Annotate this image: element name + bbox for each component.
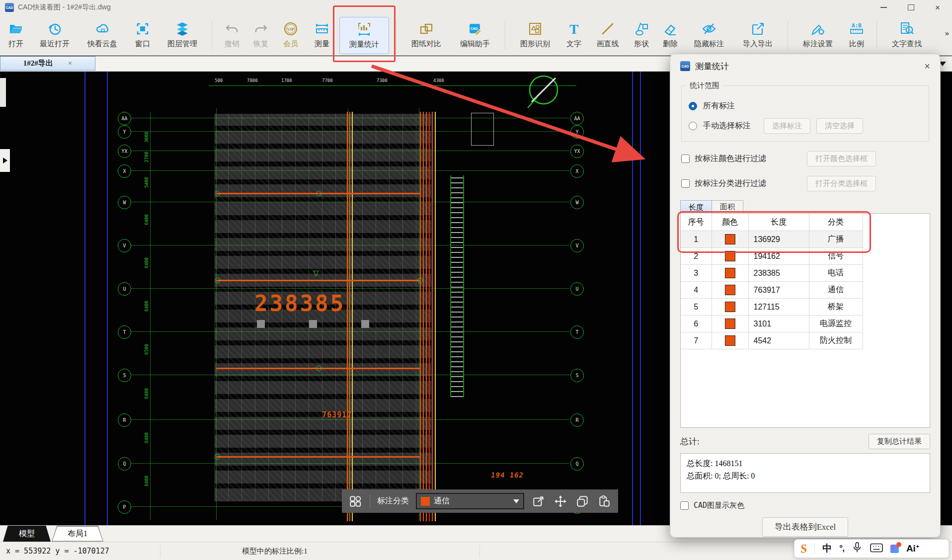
panel-close-icon[interactable]: × xyxy=(924,61,930,72)
dimension-text: 4300 xyxy=(433,78,444,83)
filter-color-checkbox[interactable] xyxy=(681,155,690,163)
input-method-bar: S 中 °, Ai✦ xyxy=(794,539,949,558)
ai-assistant-icon[interactable]: Ai✦ xyxy=(906,543,920,554)
cell-category: 防火控制 xyxy=(809,332,863,349)
category-label: 标注分类 xyxy=(377,496,409,506)
table-row[interactable]: 3238385电话 xyxy=(681,265,863,282)
tab-close-icon[interactable]: × xyxy=(68,59,72,68)
toolbar-find-text-button[interactable]: A文字查找 xyxy=(884,17,930,54)
toolbar-cloud-button[interactable]: 快看云盘 xyxy=(79,17,125,54)
drawing-blue-line xyxy=(632,71,633,525)
punctuation-icon[interactable]: °, xyxy=(839,544,844,554)
collapsed-panel-strip[interactable] xyxy=(0,78,6,107)
clear-selection-button[interactable]: 清空选择 xyxy=(816,118,863,134)
sheet-tab-layout[interactable]: 布局1 xyxy=(52,526,103,542)
table-row[interactable]: 4763917通信 xyxy=(681,282,863,299)
radio-manual-select[interactable] xyxy=(689,122,697,130)
toolbar-delete-button[interactable]: 删除 xyxy=(657,17,683,54)
import-export-icon xyxy=(750,19,765,38)
totals-label: 总计: xyxy=(680,436,700,447)
paste-annotation-icon[interactable] xyxy=(597,494,612,509)
open-folder-icon xyxy=(8,19,23,38)
svg-text:T: T xyxy=(569,21,579,36)
toolbar-layers-button[interactable]: 图层管理 xyxy=(160,17,205,54)
toolbar-import-export-button[interactable]: 导入导出 xyxy=(735,17,781,54)
keyboard-icon[interactable] xyxy=(870,543,883,555)
maximize-button[interactable] xyxy=(908,2,914,12)
cell-no: 4 xyxy=(681,282,712,299)
drawing-detail-box xyxy=(471,113,494,146)
cell-no: 1 xyxy=(681,231,712,248)
toolbar-line-button[interactable]: 画直线 xyxy=(590,17,626,54)
toolbar-note-settings-button[interactable]: 标注设置 xyxy=(795,17,841,54)
toolbar-label: 形状 xyxy=(634,39,649,49)
export-excel-button[interactable]: 导出表格到Excel xyxy=(762,517,849,537)
dimension-text: 7800 xyxy=(247,78,258,83)
microphone-icon[interactable] xyxy=(852,542,863,556)
table-row[interactable]: 1136929广播 xyxy=(681,231,863,248)
toolbar-vip-button[interactable]: VIP会员 xyxy=(277,17,305,54)
open-category-picker-button[interactable]: 打开分类选择框 xyxy=(807,176,876,191)
toolbar-shapes-button[interactable]: 形状 xyxy=(629,17,654,54)
tab-length[interactable]: 长度 xyxy=(680,200,712,214)
document-tab[interactable]: 1#2#导出 × xyxy=(0,56,95,71)
open-color-picker-button[interactable]: 打开颜色选择框 xyxy=(807,151,876,166)
table-row[interactable]: 63101电源监控 xyxy=(681,316,863,332)
cell-length: 763917 xyxy=(748,282,809,299)
copy-totals-button[interactable]: 复制总计结果 xyxy=(869,434,930,449)
category-dropdown[interactable]: 通信 xyxy=(416,493,524,509)
drawing-cable xyxy=(347,112,348,521)
toolbar-open-button[interactable]: 打开 xyxy=(2,17,30,54)
symbol-grid-icon[interactable] xyxy=(348,494,363,509)
cell-color xyxy=(712,316,748,332)
filter-category-checkbox[interactable] xyxy=(681,179,690,188)
filter-color-label: 按标注颜色进行过滤 xyxy=(695,154,807,164)
minimize-button[interactable] xyxy=(880,2,887,12)
cell-no: 7 xyxy=(681,332,712,349)
color-swatch xyxy=(725,251,735,261)
toolbar-recent-button[interactable]: 最近打开 xyxy=(33,17,77,54)
main-toolbar: 打开最近打开快看云盘窗口图层管理撤销恢复VIP会员测量测量统计图纸对比CAD编辑… xyxy=(0,15,952,56)
sheet-tab-layout-label: 布局1 xyxy=(53,527,103,541)
toolbar-hide-notes-button[interactable]: 隐藏标注 xyxy=(686,17,732,54)
table-row[interactable]: 5127115桥架 xyxy=(681,299,863,316)
svg-text:VIP: VIP xyxy=(287,27,295,32)
dimension-text: 6400 xyxy=(144,214,149,225)
drawing-cable xyxy=(216,456,421,458)
flyout-toggle[interactable] xyxy=(0,149,10,172)
skin-icon[interactable] xyxy=(890,545,899,553)
grid-line xyxy=(131,151,569,151)
chinese-mode-icon[interactable]: 中 xyxy=(822,542,832,555)
toolbar-assistant-button[interactable]: CAD编辑助手 xyxy=(452,17,498,54)
toolbar-compare-button[interactable]: 图纸对比 xyxy=(403,17,449,54)
toolbar-measure-stats-button[interactable]: 测量统计 xyxy=(339,17,389,54)
close-button[interactable]: × xyxy=(935,2,940,12)
select-annotations-button[interactable]: 选择标注 xyxy=(764,118,810,134)
copy-annotation-icon[interactable] xyxy=(575,494,590,509)
toolbar-text-button[interactable]: T文字 xyxy=(561,17,587,54)
edit-annotation-icon[interactable] xyxy=(531,494,546,509)
table-row[interactable]: 74542防火控制 xyxy=(681,332,863,349)
cell-no: 3 xyxy=(681,265,712,282)
toolbar-recognize-button[interactable]: 图形识别 xyxy=(512,17,558,54)
move-annotation-icon[interactable] xyxy=(553,494,568,509)
grid-line xyxy=(131,463,569,464)
undo-arrow-icon xyxy=(225,19,239,38)
dimension-text: 6400 xyxy=(144,388,149,399)
radio-all-annotations[interactable] xyxy=(689,102,697,110)
toolbar-measure-button[interactable]: 测量 xyxy=(308,17,336,54)
cell-color xyxy=(712,248,748,265)
filter-category-label: 按标注分类进行过滤 xyxy=(695,178,807,189)
toolbar-window-button[interactable]: 窗口 xyxy=(128,17,157,54)
table-row[interactable]: 2194162信号 xyxy=(681,248,863,265)
cloud-disk-icon xyxy=(95,19,110,38)
sheet-tab-model[interactable]: 模型 xyxy=(3,526,51,542)
gray-display-checkbox[interactable] xyxy=(680,501,689,510)
toolbar-ratio-button[interactable]: A:B比例 xyxy=(844,17,870,54)
toolbar-overflow-button[interactable]: » xyxy=(945,29,949,37)
edit-assistant-icon: CAD xyxy=(468,19,482,38)
sogou-logo-icon[interactable]: S xyxy=(800,542,808,556)
tab-area[interactable]: 面积 xyxy=(712,200,743,214)
grid-line xyxy=(131,375,569,375)
toolbar-label: 隐藏标注 xyxy=(694,39,724,49)
